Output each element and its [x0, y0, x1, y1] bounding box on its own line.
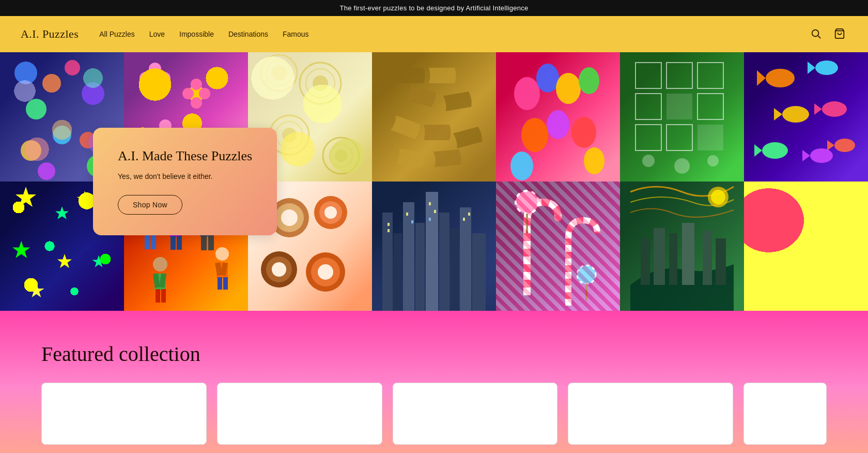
featured-collection-title: Featured collection — [41, 342, 827, 366]
svg-point-35 — [271, 65, 287, 81]
nav-impossible[interactable]: Impossible — [179, 30, 214, 38]
svg-point-153 — [764, 206, 767, 209]
svg-point-162 — [845, 281, 848, 284]
svg-rect-88 — [171, 236, 176, 250]
svg-point-119 — [318, 264, 333, 280]
product-card-3[interactable] — [393, 383, 558, 445]
svg-rect-133 — [429, 202, 431, 205]
svg-rect-124 — [426, 192, 438, 311]
svg-marker-66 — [754, 144, 762, 157]
cart-icon — [834, 33, 845, 41]
svg-marker-64 — [814, 103, 822, 115]
svg-point-38 — [313, 76, 328, 91]
svg-point-14 — [149, 63, 161, 75]
svg-point-33 — [261, 55, 297, 91]
svg-rect-129 — [388, 223, 390, 226]
svg-rect-136 — [463, 218, 465, 221]
puzzle-cell-pieces — [372, 52, 496, 182]
svg-point-0 — [812, 29, 819, 36]
logo[interactable]: A.I. Puzzles — [21, 27, 79, 41]
svg-point-143 — [577, 265, 596, 284]
product-card-5[interactable] — [743, 383, 827, 445]
svg-point-7 — [82, 82, 104, 105]
svg-rect-100 — [218, 277, 222, 290]
nav-destinations[interactable]: Destinations — [228, 30, 268, 38]
svg-point-53 — [584, 147, 605, 174]
svg-point-65 — [762, 142, 788, 159]
product-card-1[interactable] — [41, 383, 207, 445]
svg-point-59 — [815, 61, 838, 75]
svg-rect-127 — [460, 207, 471, 311]
svg-point-41 — [282, 128, 297, 142]
header-icons — [808, 26, 847, 43]
announcement-text: The first-ever puzzles to be designed by… — [340, 4, 529, 12]
svg-point-157 — [836, 214, 840, 217]
svg-point-42 — [323, 138, 359, 174]
svg-rect-107 — [161, 289, 166, 303]
svg-rect-122 — [403, 202, 414, 311]
svg-marker-70 — [827, 140, 834, 150]
svg-point-36 — [300, 63, 341, 104]
svg-point-52 — [510, 152, 533, 180]
svg-point-15 — [149, 81, 161, 94]
svg-point-48 — [579, 67, 599, 94]
announcement-bar: The first-ever puzzles to be designed by… — [0, 0, 868, 16]
svg-marker-71 — [16, 187, 36, 207]
svg-point-13 — [146, 69, 164, 87]
svg-point-54 — [642, 155, 655, 167]
svg-point-19 — [191, 79, 202, 90]
svg-point-140 — [516, 191, 538, 214]
puzzle-cell-painting — [620, 182, 744, 311]
svg-rect-89 — [177, 236, 182, 250]
puzzle-cell-candy — [496, 182, 620, 311]
svg-point-22 — [199, 88, 210, 99]
puzzle-cell-fish — [744, 52, 868, 182]
nav-all-puzzles[interactable]: All Puzzles — [99, 30, 134, 38]
svg-point-142 — [577, 265, 596, 284]
svg-rect-95 — [208, 235, 214, 250]
svg-rect-150 — [716, 238, 726, 285]
svg-rect-130 — [388, 229, 390, 232]
hero-title: A.I. Made These Puzzles — [118, 148, 252, 164]
svg-point-102 — [153, 257, 167, 271]
nav-love[interactable]: Love — [149, 30, 165, 38]
svg-point-67 — [810, 148, 833, 163]
svg-point-5 — [26, 99, 47, 119]
svg-point-63 — [822, 101, 847, 117]
shop-now-button[interactable]: Shop Now — [118, 195, 182, 215]
svg-point-45 — [514, 77, 540, 110]
svg-point-16 — [140, 72, 152, 84]
hero-section: A.I. Made These Puzzles Yes, we don't be… — [0, 52, 868, 311]
svg-rect-125 — [439, 213, 450, 311]
svg-point-113 — [324, 206, 337, 219]
svg-rect-131 — [406, 213, 408, 216]
svg-marker-73 — [77, 191, 93, 206]
svg-marker-60 — [808, 62, 815, 74]
svg-point-8 — [53, 126, 71, 144]
product-card-2[interactable] — [217, 383, 382, 445]
svg-point-3 — [14, 62, 37, 84]
svg-point-20 — [191, 97, 202, 109]
svg-marker-68 — [802, 150, 810, 161]
puzzle-cell-watermelon — [744, 182, 868, 311]
svg-rect-106 — [156, 289, 160, 303]
nav-famous[interactable]: Famous — [283, 30, 309, 38]
svg-rect-149 — [703, 231, 712, 285]
search-button[interactable] — [808, 26, 824, 43]
product-card-4[interactable] — [568, 383, 733, 445]
svg-rect-121 — [394, 233, 402, 311]
svg-rect-83 — [151, 235, 156, 249]
svg-point-138 — [554, 214, 562, 221]
svg-point-43 — [330, 144, 352, 167]
svg-point-50 — [547, 110, 569, 139]
svg-point-110 — [281, 209, 298, 226]
cart-button[interactable] — [832, 26, 847, 43]
svg-rect-126 — [451, 228, 459, 311]
svg-point-49 — [521, 118, 548, 152]
svg-point-51 — [571, 117, 596, 148]
svg-line-1 — [818, 36, 820, 38]
svg-rect-132 — [411, 220, 413, 223]
main-nav: All Puzzles Love Impossible Destinations… — [99, 30, 808, 38]
svg-point-12 — [38, 162, 55, 180]
svg-point-155 — [810, 224, 813, 227]
